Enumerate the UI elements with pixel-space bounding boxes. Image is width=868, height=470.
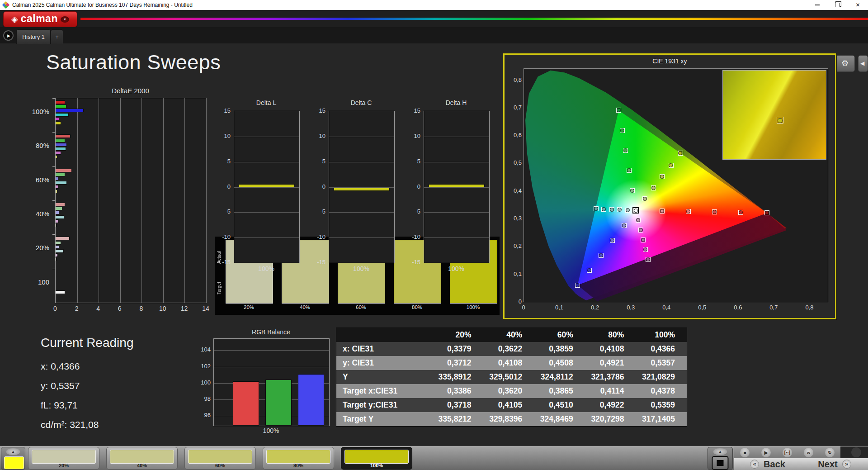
y-tick-label: 0 <box>509 298 522 305</box>
level-button-40%[interactable]: 40% <box>106 447 178 470</box>
chart-title: RGB Balance <box>213 328 329 336</box>
stop-icon: ■ <box>740 448 750 457</box>
level-button-100%[interactable]: 100% <box>341 447 412 470</box>
stop-button[interactable]: ■ <box>734 446 756 458</box>
cell-value: 321,0829 <box>636 370 687 384</box>
deltae-x-axis: 02468101214 <box>55 305 206 313</box>
y-tick-label: 96 <box>199 412 211 418</box>
reading-value: cd/m²: 321,08 <box>41 415 190 434</box>
x-label: 100% <box>329 265 394 272</box>
pattern-window-button[interactable]: [··] <box>777 446 798 458</box>
column-header: 60% <box>534 328 585 342</box>
stop-target-button[interactable] <box>712 456 729 470</box>
x-tick-label: 2 <box>75 305 79 312</box>
deltae-bar <box>56 173 65 176</box>
y-tick-label: -15 <box>308 259 326 266</box>
deltae-bar <box>56 203 65 206</box>
y-tick-label: -10 <box>403 233 420 240</box>
chevrons-right-icon: » <box>842 460 851 469</box>
cell-value: 335,8212 <box>432 412 483 426</box>
expand-up-icon[interactable]: ▲ <box>713 448 727 455</box>
plot-area <box>234 111 300 263</box>
deltae-bar <box>56 245 59 249</box>
tab-label: History 1 <box>22 34 44 40</box>
x-label: 100% <box>424 265 489 272</box>
deltae-bar <box>56 177 58 180</box>
current-reading-panel: Current Reading x: 0,4366y: 0,5357fL: 93… <box>41 336 190 434</box>
gridline <box>329 137 394 137</box>
continuous-measure-button[interactable]: ∞ <box>798 446 820 458</box>
blue-measured-point <box>599 253 603 257</box>
y-tick-label: 0,1 <box>509 271 522 277</box>
y-tick-label: 0 <box>403 183 420 190</box>
y-tick-label: 0 <box>308 183 326 190</box>
deltae-bar <box>56 215 64 219</box>
deltae-bar <box>56 100 65 104</box>
y-tick <box>52 269 56 269</box>
close-button[interactable]: ✕ <box>848 0 868 10</box>
magenta-measured-point <box>639 228 643 232</box>
y-tick-label: 10 <box>213 133 231 139</box>
blue-measured-point <box>587 268 591 272</box>
measure-panel: ▲ <box>708 447 733 470</box>
back-button[interactable]: « Back <box>734 458 802 470</box>
play-button[interactable]: ▶ <box>755 446 777 458</box>
red-measured-point <box>712 210 717 214</box>
next-button[interactable]: Next » <box>801 458 868 470</box>
cell-value: 0,3712 <box>432 356 483 370</box>
x-tick-label: 8 <box>139 305 143 312</box>
magenta-measured-point <box>641 238 645 242</box>
refresh-button[interactable]: ↻ <box>819 446 841 458</box>
minimize-button[interactable] <box>807 0 827 10</box>
reading-value: fL: 93,71 <box>41 395 190 415</box>
add-tab-button[interactable]: + <box>51 29 63 44</box>
delta-bar <box>334 188 390 191</box>
current-pattern-swatch[interactable] <box>4 456 24 469</box>
cell-value: 329,8396 <box>483 412 534 426</box>
x-tick-label: 0,1 <box>555 304 563 311</box>
deltae-bar <box>56 109 84 112</box>
y-tick-label: 5 <box>213 158 231 165</box>
expand-up-icon[interactable]: ▲ <box>6 448 20 455</box>
workspace: Saturation Sweeps DeltaE 2000 100%80%60%… <box>0 43 868 446</box>
rgb-bar-blue <box>298 374 324 426</box>
row-label: Target Y <box>336 412 432 426</box>
y-tick-label: 0,4 <box>509 187 522 194</box>
tab-scroll-button[interactable]: ▶ <box>3 30 14 41</box>
deltae-bar <box>56 151 61 155</box>
tab-history-1[interactable]: History 1 <box>16 29 51 44</box>
level-button-60%[interactable]: 60% <box>184 447 256 470</box>
window-controls: ✕ <box>807 0 868 10</box>
y-tick <box>52 132 56 133</box>
y-tick-label: 102 <box>199 363 211 370</box>
cell-value: 0,4108 <box>483 356 534 370</box>
y-tick-label: 98 <box>199 395 211 402</box>
level-button-20%[interactable]: 20% <box>28 447 99 470</box>
y-tick-label: 100 <box>199 379 211 386</box>
app-header: ◈ calman ▼ <box>0 10 868 28</box>
y-tick-label: 0,8 <box>509 76 522 83</box>
plot-area <box>329 111 395 263</box>
group-label: 60% <box>21 176 49 184</box>
column-header: 80% <box>585 328 636 342</box>
restore-button[interactable] <box>827 0 848 10</box>
calman-menu-button[interactable]: ◈ calman ▼ <box>3 11 77 27</box>
reading-value: y: 0,5357 <box>41 376 190 395</box>
deltae-bar <box>56 104 66 108</box>
cell-value: 0,4105 <box>483 398 534 412</box>
chart-title: CIE 1931 xy <box>505 57 835 65</box>
gridline <box>214 350 329 351</box>
x-tick-label: 0,3 <box>627 304 635 311</box>
meter-status-segment <box>840 446 868 458</box>
cell-value: 0,4508 <box>534 356 585 370</box>
bottom-control-bar: ▲ 20%40%60%80%100% ▲ ■▶[··]∞↻ « Back Nex… <box>0 446 868 470</box>
cyan-measured-point <box>602 207 606 211</box>
cie-1931-panel[interactable]: CIE 1931 xy 00,10,20,30,40,50,60,70,800,… <box>503 53 836 319</box>
level-button-80%[interactable]: 80% <box>263 447 334 470</box>
gridline <box>77 98 78 303</box>
deltae-bar <box>56 147 66 151</box>
deltae-bar <box>56 113 69 117</box>
next-label: Next <box>818 459 837 470</box>
deltae-bar <box>56 211 59 214</box>
level-swatch <box>266 450 330 464</box>
